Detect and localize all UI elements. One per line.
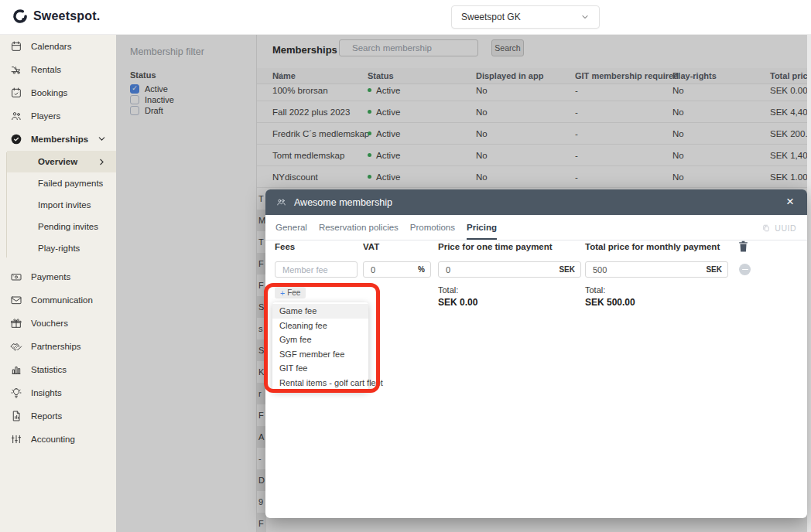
monthly-total-label: Total: bbox=[585, 285, 605, 295]
app-window: Sweetspot. Sweetspot GK Calendars Rental… bbox=[0, 0, 811, 532]
vat-input[interactable]: % bbox=[363, 261, 431, 278]
modal-tabbar: General Reservation policies Promotions … bbox=[265, 215, 807, 240]
sliders-icon bbox=[9, 433, 22, 446]
org-selector[interactable]: Sweetspot GK bbox=[451, 5, 600, 29]
sidebar-item-memberships[interactable]: Memberships bbox=[0, 128, 116, 151]
vat-column-header: VAT bbox=[363, 242, 379, 251]
org-selector-value: Sweetspot GK bbox=[461, 12, 521, 22]
fee-option[interactable]: Game fee bbox=[272, 304, 368, 319]
onetime-total-label: Total: bbox=[438, 285, 458, 295]
banknote-icon bbox=[9, 271, 22, 284]
onetime-total-value: SEK 0.00 bbox=[438, 297, 477, 308]
add-fee-button[interactable]: + Fee bbox=[275, 287, 306, 298]
chevron-down-icon bbox=[97, 134, 107, 144]
uuid-button[interactable]: UUID bbox=[761, 215, 796, 240]
sidebar-item-players[interactable]: Players bbox=[0, 104, 116, 128]
sidebar-subitem-import-invites[interactable]: Import invites bbox=[7, 194, 116, 216]
membership-badge-icon bbox=[9, 133, 22, 146]
chevron-down-icon bbox=[580, 12, 590, 22]
sidebar-item-label: Calendars bbox=[31, 42, 71, 51]
fee-option[interactable]: Gym fee bbox=[272, 332, 368, 347]
fee-option[interactable]: SGF member fee bbox=[272, 347, 368, 362]
members-group-icon bbox=[275, 196, 287, 208]
modal-header: Awesome membership × bbox=[265, 189, 807, 215]
sidebar-subitem-failed-payments[interactable]: Failed payments bbox=[7, 172, 116, 194]
sidebar-item-reports[interactable]: Reports bbox=[0, 404, 116, 428]
monthly-total-value: SEK 500.00 bbox=[585, 297, 635, 308]
plus-icon: + bbox=[280, 288, 285, 298]
currency-suffix: SEK bbox=[559, 265, 575, 274]
sidebar-item-label: Rentals bbox=[31, 65, 61, 74]
onetime-column-header: Price for one time payment bbox=[438, 242, 553, 251]
lightbulb-icon bbox=[9, 387, 22, 400]
sidebar-item-insights[interactable]: Insights bbox=[0, 381, 116, 404]
sidebar-subitem-pending-invites[interactable]: Pending invites bbox=[7, 216, 116, 237]
logo-text: Sweetspot. bbox=[33, 9, 100, 23]
report-icon bbox=[9, 410, 22, 423]
sweetspot-logo: Sweetspot. bbox=[12, 9, 100, 24]
copy-icon bbox=[761, 223, 771, 233]
fee-option[interactable]: GIT fee bbox=[272, 361, 368, 376]
sidebar-item-label: Bookings bbox=[31, 88, 67, 97]
fee-option[interactable]: Cleaning fee bbox=[272, 319, 368, 333]
players-icon bbox=[9, 110, 22, 123]
remove-fee-icon[interactable] bbox=[739, 264, 751, 275]
bar-chart-icon bbox=[9, 363, 22, 377]
membership-modal: Awesome membership × General Reservation… bbox=[265, 189, 807, 518]
booking-calendar-icon bbox=[9, 87, 22, 100]
sidebar-item-label: Players bbox=[31, 111, 60, 121]
memberships-submenu: Overview Failed payments Import invites … bbox=[0, 151, 116, 259]
tab-promotions[interactable]: Promotions bbox=[410, 215, 455, 240]
modal-title: Awesome membership bbox=[294, 197, 392, 208]
calendar-icon bbox=[9, 40, 22, 53]
golf-cart-icon bbox=[9, 63, 22, 77]
sidebar-item-communication[interactable]: Communication bbox=[0, 288, 116, 312]
sidebar-item-vouchers[interactable]: Vouchers bbox=[0, 312, 116, 335]
sidebar-item-statistics[interactable]: Statistics bbox=[0, 358, 116, 381]
sidebar-item-calendars[interactable]: Calendars bbox=[0, 35, 116, 58]
trash-icon[interactable] bbox=[737, 240, 750, 254]
chevron-right-icon bbox=[97, 157, 107, 167]
handshake-icon bbox=[9, 340, 22, 353]
sidebar-subitem-overview[interactable]: Overview bbox=[7, 151, 116, 172]
gift-icon bbox=[9, 317, 22, 330]
tab-reservation-policies[interactable]: Reservation policies bbox=[319, 215, 399, 240]
sweetspot-logo-icon bbox=[12, 9, 28, 24]
tab-pricing[interactable]: Pricing bbox=[467, 215, 497, 240]
sidebar-bottom-group: Payments Communication Vouchers Partners… bbox=[0, 265, 116, 451]
fee-name-input[interactable] bbox=[275, 261, 358, 278]
sidebar-item-accounting[interactable]: Accounting bbox=[0, 428, 116, 451]
sidebar-item-bookings[interactable]: Bookings bbox=[0, 81, 116, 104]
sidebar-item-payments[interactable]: Payments bbox=[0, 265, 116, 288]
sidebar-item-label: Memberships bbox=[31, 135, 88, 144]
sidebar: Calendars Rentals Bookings Players Membe… bbox=[0, 35, 116, 532]
currency-suffix: SEK bbox=[706, 265, 722, 274]
page-scrollbar[interactable] bbox=[807, 35, 811, 532]
monthly-column-header: Total price for monthly payment bbox=[585, 242, 720, 251]
fee-type-dropdown: Game fee Cleaning fee Gym fee SGF member… bbox=[272, 302, 368, 391]
percent-suffix: % bbox=[418, 265, 425, 274]
sidebar-item-rentals[interactable]: Rentals bbox=[0, 58, 116, 81]
top-bar: Sweetspot. Sweetspot GK bbox=[0, 0, 811, 35]
sidebar-subitem-play-rights[interactable]: Play-rights bbox=[7, 237, 116, 259]
close-icon[interactable]: × bbox=[781, 193, 799, 211]
sidebar-item-partnerships[interactable]: Partnerships bbox=[0, 335, 116, 358]
monthly-price-input[interactable]: SEK bbox=[585, 261, 728, 278]
tab-general[interactable]: General bbox=[275, 215, 307, 240]
onetime-price-input[interactable]: SEK bbox=[438, 261, 581, 278]
fees-column-header: Fees bbox=[275, 242, 295, 251]
envelope-icon bbox=[9, 294, 22, 307]
fee-option[interactable]: Rental items - golf cart fleet bbox=[272, 376, 368, 390]
